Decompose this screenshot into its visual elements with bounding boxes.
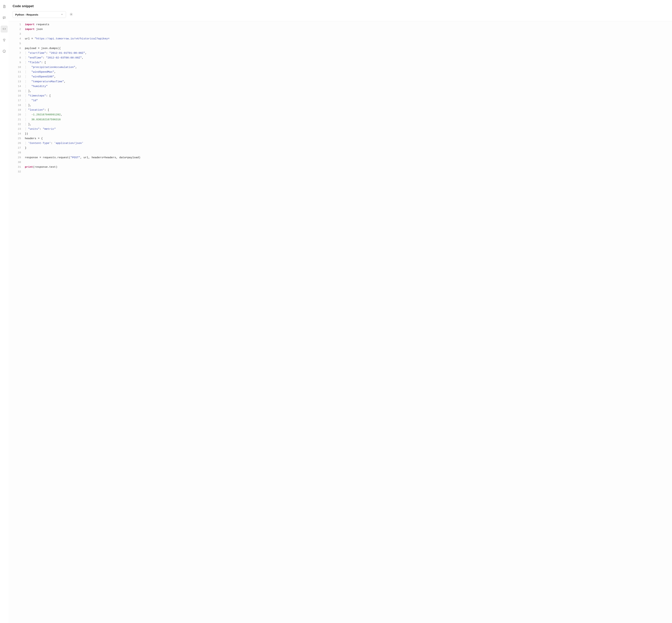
- code-text: url = "https://api.tomorrow.io/v4/histor…: [25, 36, 667, 41]
- line-number: 17: [12, 98, 25, 103]
- code-line[interactable]: 20│ -1.292167048991282,: [12, 112, 667, 117]
- line-number: 10: [12, 65, 25, 70]
- code-text: │ "windSpeedMax",: [25, 70, 667, 75]
- sidebar-item-intel[interactable]: [1, 37, 8, 44]
- code-text: │ "units": "metric": [25, 127, 667, 131]
- line-number: 13: [12, 79, 25, 84]
- line-number: 14: [12, 84, 25, 89]
- svg-rect-0: [3, 17, 5, 19]
- code-line[interactable]: 21│ 36.836102167596316: [12, 117, 667, 122]
- line-number: 11: [12, 70, 25, 75]
- code-line[interactable]: 30: [12, 160, 667, 165]
- code-line[interactable]: 5: [12, 41, 667, 46]
- code-text: │ "temperatureMaxTime",: [25, 79, 667, 84]
- code-line[interactable]: 28: [12, 150, 667, 155]
- page-title: Code snippet: [12, 4, 667, 8]
- line-number: 20: [12, 112, 25, 117]
- line-number: 27: [12, 146, 25, 150]
- sidebar: [0, 0, 8, 623]
- code-line[interactable]: 16│ "timesteps": [: [12, 93, 667, 98]
- snippet-settings-button[interactable]: [69, 12, 74, 17]
- code-text: │ ],: [25, 122, 667, 127]
- code-editor[interactable]: 1import requests2import json34url = "htt…: [8, 21, 672, 623]
- language-dropdown[interactable]: Python - Requests: [12, 11, 66, 18]
- line-number: 26: [12, 141, 25, 146]
- line-number: 19: [12, 108, 25, 112]
- code-text: │ 36.836102167596316: [25, 117, 667, 122]
- code-line[interactable]: 31print(response.text): [12, 165, 667, 170]
- code-line[interactable]: 24}): [12, 131, 667, 136]
- svg-point-1: [3, 39, 5, 40]
- code-text: │ "windSpeed100",: [25, 75, 667, 79]
- code-line[interactable]: 6payload = json.dumps({: [12, 46, 667, 51]
- code-line[interactable]: 17│ "1d": [12, 98, 667, 103]
- toolbar: Python - Requests: [12, 11, 667, 18]
- lightbulb-icon: [2, 38, 6, 42]
- code-icon: [2, 27, 6, 31]
- line-number: 30: [12, 160, 25, 165]
- code-line[interactable]: 29response = requests.request("POST", ur…: [12, 155, 667, 160]
- code-line[interactable]: 18│ ],: [12, 103, 667, 108]
- code-text: response = requests.request("POST", url,…: [25, 155, 667, 160]
- svg-point-3: [71, 14, 72, 15]
- code-line[interactable]: 23│ "units": "metric": [12, 127, 667, 131]
- code-line[interactable]: 8│ "endTime": "2012-02-03T00:00:00Z",: [12, 56, 667, 60]
- line-number: 6: [12, 46, 25, 51]
- line-number: 18: [12, 103, 25, 108]
- code-line[interactable]: 32: [12, 170, 667, 174]
- line-number: 9: [12, 60, 25, 65]
- line-number: 28: [12, 150, 25, 155]
- code-line[interactable]: 19│ "location": [: [12, 108, 667, 112]
- line-number: 8: [12, 56, 25, 60]
- code-text: │ 'Content-Type': 'application/json': [25, 141, 667, 146]
- code-line[interactable]: 1import requests: [12, 22, 667, 27]
- code-text: │ "1d": [25, 98, 667, 103]
- code-text: print(response.text): [25, 165, 667, 170]
- code-line[interactable]: 10│ "precipitationAccumulation",: [12, 65, 667, 70]
- sidebar-item-document[interactable]: [1, 3, 8, 10]
- code-line[interactable]: 9│ "fields": [: [12, 60, 667, 65]
- line-number: 16: [12, 93, 25, 98]
- line-number: 24: [12, 131, 25, 136]
- language-dropdown-label: Python - Requests: [15, 13, 61, 16]
- line-number: 15: [12, 89, 25, 93]
- code-line[interactable]: 15│ ],: [12, 89, 667, 93]
- code-line[interactable]: 3: [12, 32, 667, 36]
- code-text: │ -1.292167048991282,: [25, 112, 667, 117]
- code-text: [25, 170, 667, 174]
- code-line[interactable]: 4url = "https://api.tomorrow.io/v4/histo…: [12, 36, 667, 41]
- code-line[interactable]: 2import json: [12, 27, 667, 32]
- code-line[interactable]: 27}: [12, 146, 667, 150]
- comment-icon: [2, 16, 6, 20]
- code-text: import requests: [25, 22, 667, 27]
- code-line[interactable]: 25headers = {: [12, 136, 667, 141]
- code-text: [25, 32, 667, 36]
- code-text: }): [25, 131, 667, 136]
- code-line[interactable]: 26│ 'Content-Type': 'application/json': [12, 141, 667, 146]
- code-line[interactable]: 11│ "windSpeedMax",: [12, 70, 667, 75]
- code-line[interactable]: 12│ "windSpeed100",: [12, 75, 667, 79]
- line-number: 32: [12, 170, 25, 174]
- sidebar-item-comments[interactable]: [1, 14, 8, 21]
- code-line[interactable]: 14│ "humidity": [12, 84, 667, 89]
- code-text: payload = json.dumps({: [25, 46, 667, 51]
- sidebar-item-info[interactable]: [1, 48, 8, 55]
- line-number: 5: [12, 41, 25, 46]
- line-number: 21: [12, 117, 25, 122]
- code-text: │ "humidity": [25, 84, 667, 89]
- line-number: 12: [12, 75, 25, 79]
- code-text: headers = {: [25, 136, 667, 141]
- code-line[interactable]: 13│ "temperatureMaxTime",: [12, 79, 667, 84]
- code-text: │ ],: [25, 103, 667, 108]
- line-number: 7: [12, 51, 25, 56]
- line-number: 3: [12, 32, 25, 36]
- sidebar-item-code[interactable]: [1, 26, 8, 33]
- code-line[interactable]: 7│ "startTime": "2012-01-01T01:00:00Z",: [12, 51, 667, 56]
- line-number: 1: [12, 22, 25, 27]
- document-icon: [2, 5, 6, 9]
- code-line[interactable]: 22│ ],: [12, 122, 667, 127]
- code-text: │ "precipitationAccumulation",: [25, 65, 667, 70]
- info-icon: [2, 50, 6, 54]
- code-text: │ ],: [25, 89, 667, 93]
- line-number: 31: [12, 165, 25, 170]
